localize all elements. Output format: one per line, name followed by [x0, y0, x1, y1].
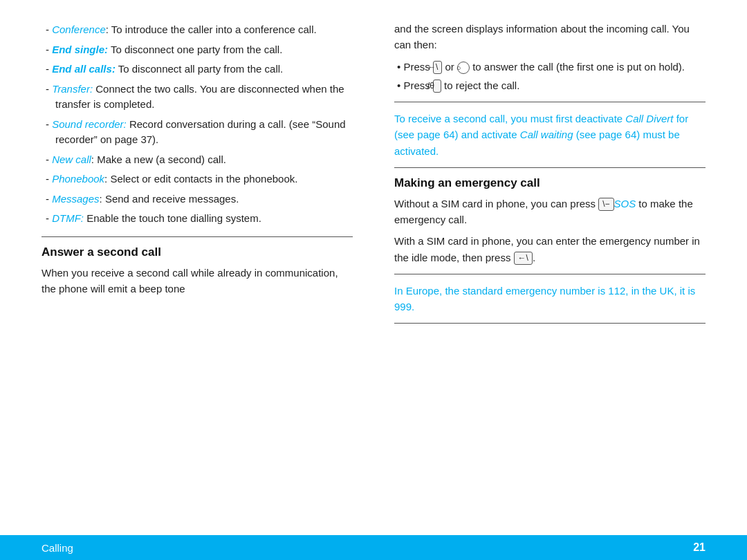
item-label: Phonebook [52, 173, 104, 185]
continuation-text: and the screen displays information abou… [394, 21, 706, 53]
list-item: Sound recorder: Record conversation duri… [42, 115, 353, 149]
item-label: Conference [52, 24, 106, 35]
list-item: DTMF: Enable the touch tone dialling sys… [42, 209, 353, 228]
item-label: Transfer: [52, 83, 93, 95]
list-item: Conference: To introduce the caller into… [42, 21, 353, 39]
bullet-item-answer: Press ←\ or ○ to answer the call (the fi… [394, 59, 706, 75]
item-label: End single: [52, 44, 108, 55]
list-item: Transfer: Connect the two calls. You are… [42, 80, 353, 114]
call-key-icon: ←\ [514, 252, 533, 265]
circle-key-icon: ○ [457, 62, 470, 74]
footer: Calling 21 [0, 535, 747, 560]
europe-info: In Europe, the standard emergency number… [394, 283, 706, 315]
divider [42, 236, 353, 237]
menu-list: Conference: To introduce the caller into… [42, 21, 353, 228]
second-call-highlight: To receive a second call, you must first… [394, 111, 706, 159]
item-text: : To introduce the caller into a confere… [106, 24, 317, 35]
reject-key-icon: /θ [433, 80, 441, 93]
divider-info [394, 274, 706, 274]
right-column: and the screen displays information abou… [387, 21, 706, 521]
footer-section-label: Calling [42, 542, 73, 554]
item-text: Connect the two calls. You are disconnec… [55, 83, 344, 111]
item-text: : Select or edit contacts in the phonebo… [104, 173, 297, 185]
item-label: Sound recorder: [52, 118, 127, 130]
item-text: To disconnect one party from the call. [108, 44, 282, 55]
answer-second-call-body: When you receive a second call while alr… [42, 265, 353, 297]
divider-bottom [394, 323, 706, 324]
list-item: Messages: Send and receive messages. [42, 190, 353, 209]
emergency-para2: With a SIM card in phone, you can enter … [394, 233, 706, 265]
item-text: To disconnect all party from the call. [116, 63, 283, 75]
item-label: Messages [52, 193, 99, 205]
item-text: Enable the touch tone dialling system. [84, 212, 261, 224]
item-label: DTMF: [52, 212, 84, 224]
content-area: Conference: To introduce the caller into… [0, 0, 747, 535]
bullet-item-reject: Press /θ to reject the call. [394, 77, 706, 93]
answer-second-call-heading: Answer a second call [42, 245, 353, 259]
sos-label: SOS [614, 198, 636, 209]
answer-options-list: Press ←\ or ○ to answer the call (the fi… [394, 59, 706, 94]
list-item: End single: To disconnect one party from… [42, 41, 353, 59]
answer-key-icon: ←\ [433, 61, 442, 74]
list-item: New call: Make a new (a second) call. [42, 151, 353, 169]
emergency-call-heading: Making an emergency call [394, 176, 706, 190]
item-label: New call [52, 153, 91, 165]
item-text: : Send and receive messages. [100, 193, 239, 205]
item-label: End all calls: [52, 63, 116, 75]
list-item: End all calls: To disconnect all party f… [42, 60, 353, 79]
sos-key-icon: \− [598, 198, 614, 211]
emergency-para1: Without a SIM card in phone, you can pre… [394, 196, 706, 228]
item-text: : Make a new (a second) call. [91, 153, 226, 165]
divider-emergency [394, 167, 706, 168]
divider-highlight [394, 102, 706, 102]
footer-page-number: 21 [693, 541, 706, 554]
page: Conference: To introduce the caller into… [0, 0, 747, 560]
left-column: Conference: To introduce the caller into… [42, 21, 360, 521]
list-item: Phonebook: Select or edit contacts in th… [42, 170, 353, 189]
